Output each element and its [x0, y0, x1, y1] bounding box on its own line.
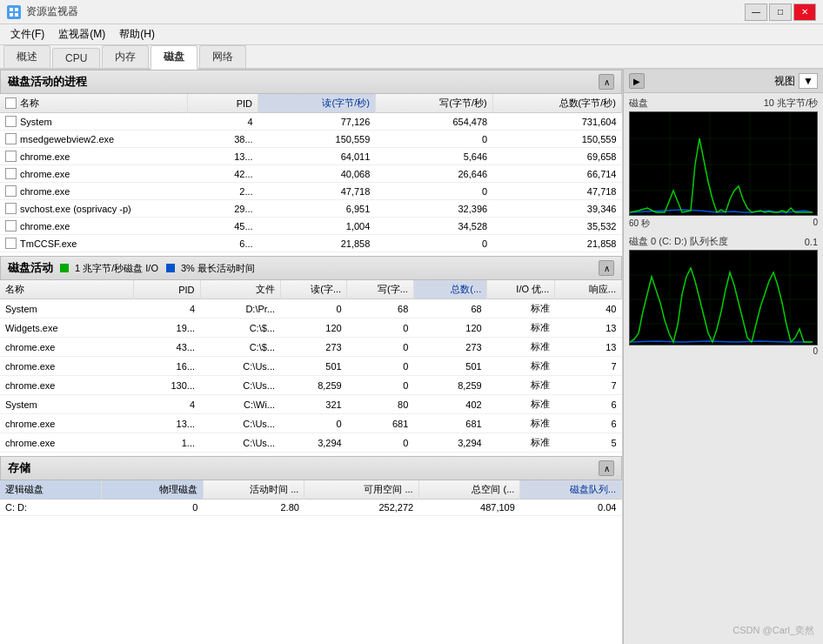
col-physical[interactable]: 物理磁盘: [102, 480, 204, 500]
col-da-resp[interactable]: 响应...: [555, 280, 622, 299]
menu-file[interactable]: 文件(F): [3, 25, 51, 44]
cell-da-io: 标准: [487, 433, 555, 453]
row-checkbox[interactable]: [5, 185, 17, 197]
cell-read: 77,126: [258, 113, 376, 131]
cell-da-pid: 130...: [133, 376, 200, 395]
table-row: System 4 77,126 654,478 731,604: [0, 113, 622, 131]
col-queue[interactable]: 磁盘队列...: [520, 480, 622, 500]
row-checkbox[interactable]: [5, 168, 17, 179]
right-panel: ▶ 视图 ▼ 磁盘 10 兆字节/秒: [623, 70, 823, 644]
col-total-s[interactable]: 总空间 (...: [418, 480, 520, 500]
cell-da-read: 8,259: [280, 376, 347, 395]
col-da-io[interactable]: I/O 优...: [487, 280, 555, 299]
chart1-seconds: 60 秒: [629, 218, 650, 230]
disk-process-collapse[interactable]: ∧: [599, 74, 614, 90]
col-da-file[interactable]: 文件: [200, 280, 280, 299]
row-checkbox[interactable]: [5, 238, 17, 249]
col-active[interactable]: 活动时间 ...: [203, 480, 304, 500]
maximize-button[interactable]: □: [769, 3, 792, 21]
col-da-pid[interactable]: PID: [133, 280, 200, 299]
cell-pid: 38...: [188, 131, 258, 148]
disk-activity-collapse[interactable]: ∧: [599, 260, 614, 276]
disk-process-title: 磁盘活动的进程: [8, 74, 87, 90]
cell-da-name: chrome.exe: [0, 433, 133, 453]
disk-activity-header[interactable]: 磁盘活动 1 兆字节/秒磁盘 I/O 3% 最长活动时间 ∧: [0, 256, 622, 280]
view-dropdown[interactable]: ▼: [799, 73, 818, 89]
cell-da-file: D:\Pr...: [200, 299, 280, 319]
cell-da-write: 68: [347, 299, 414, 319]
col-free[interactable]: 可用空间 ...: [304, 480, 418, 500]
cell-name: chrome.exe: [0, 218, 188, 235]
col-pid[interactable]: PID: [188, 94, 258, 113]
cell-da-resp: 40: [555, 299, 622, 319]
col-da-total[interactable]: 总数(...: [413, 280, 486, 299]
col-read[interactable]: 读(字节/秒): [258, 94, 376, 113]
cell-da-file: C:\Us...: [200, 433, 280, 453]
chart1-section: 磁盘 10 兆字节/秒: [624, 93, 823, 231]
chart1-grid: [630, 112, 817, 215]
row-checkbox[interactable]: [5, 116, 17, 127]
minimize-button[interactable]: —: [745, 3, 767, 21]
col-name[interactable]: 名称: [0, 94, 188, 113]
cell-pid: 6...: [188, 235, 258, 252]
col-da-write[interactable]: 写(字...: [347, 280, 414, 299]
chart2-section: 磁盘 0 (C: D:) 队列长度 0.1: [624, 231, 823, 358]
chart1-container: [629, 111, 818, 216]
close-button[interactable]: ✕: [793, 3, 816, 21]
cell-read: 150,559: [258, 131, 376, 148]
cell-da-resp: 5: [555, 433, 622, 453]
cell-da-io: 标准: [487, 395, 555, 414]
tab-disk[interactable]: 磁盘: [151, 45, 197, 70]
menu-monitor[interactable]: 监视器(M): [51, 25, 112, 44]
cell-pid: 4: [188, 113, 258, 131]
cell-da-total: 8,259: [413, 376, 486, 395]
tab-overview[interactable]: 概述: [3, 45, 50, 68]
cell-read: 40,068: [258, 165, 376, 183]
cell-da-io: 标准: [487, 338, 555, 357]
cell-da-name: chrome.exe: [0, 376, 133, 395]
col-total[interactable]: 总数(字节/秒): [492, 94, 621, 113]
col-write[interactable]: 写(字节/秒): [375, 94, 492, 113]
disk-process-table: 名称 PID 读(字节/秒) 写(字节/秒) 总数(字节/秒) System 4…: [0, 94, 622, 252]
svg-rect-3: [15, 13, 18, 17]
cell-read: 6,951: [258, 200, 376, 218]
row-checkbox[interactable]: [5, 151, 17, 162]
cell-da-io: 标准: [487, 299, 555, 319]
cell-da-io: 标准: [487, 319, 555, 338]
row-checkbox[interactable]: [5, 133, 17, 144]
cell-da-total: 681: [413, 414, 486, 433]
menu-bar: 文件(F) 监视器(M) 帮助(H): [0, 24, 823, 45]
col-da-name[interactable]: 名称: [0, 280, 133, 299]
expand-button[interactable]: ▶: [629, 73, 645, 89]
chart2-container: [629, 250, 818, 345]
cell-da-file: C:\Us...: [200, 376, 280, 395]
cell-da-write: 0: [347, 376, 414, 395]
disk-process-header[interactable]: 磁盘活动的进程 ∧: [0, 70, 622, 94]
tab-cpu[interactable]: CPU: [52, 48, 100, 68]
cell-da-read: 0: [280, 414, 347, 433]
col-logical[interactable]: 逻辑磁盘: [0, 480, 102, 500]
menu-help[interactable]: 帮助(H): [112, 25, 162, 44]
storage-header[interactable]: 存储 ∧: [0, 456, 622, 480]
storage-collapse[interactable]: ∧: [599, 460, 614, 476]
tab-network[interactable]: 网络: [199, 45, 246, 68]
cell-da-pid: 43...: [133, 338, 200, 357]
col-da-read[interactable]: 读(字...: [280, 280, 347, 299]
cell-da-resp: 13: [555, 338, 622, 357]
badge-label2: 3% 最长活动时间: [181, 262, 255, 275]
select-all-checkbox[interactable]: [5, 97, 17, 109]
tab-memory[interactable]: 内存: [102, 45, 149, 68]
cell-da-io: 标准: [487, 357, 555, 376]
cell-write: 5,646: [375, 148, 492, 165]
row-checkbox[interactable]: [5, 220, 17, 231]
cell-da-total: 273: [413, 338, 486, 357]
table-row: chrome.exe 45... 1,004 34,528 35,532: [0, 218, 622, 235]
disk-activity-title: 磁盘活动: [8, 260, 53, 276]
dropdown-arrow: ▼: [803, 75, 813, 87]
cell-da-total: 402: [413, 395, 486, 414]
window-controls: — □ ✕: [745, 3, 816, 21]
row-checkbox[interactable]: [5, 203, 17, 214]
cell-pid: 29...: [188, 200, 258, 218]
cell-da-read: 3,294: [280, 433, 347, 453]
cell-name: chrome.exe: [0, 183, 188, 200]
